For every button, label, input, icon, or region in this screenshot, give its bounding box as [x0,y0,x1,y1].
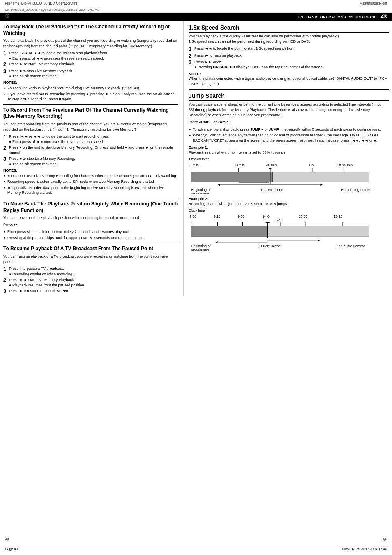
jump-press-text: Press JUMP – or JUMP +. [189,120,389,125]
jump-bullet-2: When you cannot advance any farther (beg… [193,133,389,143]
note-2-item-1: You cannot use Live Memory Recording for… [7,173,178,179]
svg-text:Current scene: Current scene [258,244,281,248]
section-title-bar: EN BASIC OPERATIONS ON HDD DECK 43 [0,13,392,21]
move-back-bullet-2: Pressing while paused skips back for app… [7,235,178,241]
svg-text:9:15: 9:15 [214,214,221,219]
chart-2-container: Clock time 9:00 9:15 9:30 9:40 9:45 10:0… [189,208,389,251]
rec-step-2: 2 Press ● on the unit to start Live Memo… [3,145,178,155]
divider-1 [3,104,178,105]
example1-desc: Playback search when jump interval is se… [189,150,389,154]
step-1-sub: ● Each press of ◄◄ increases the reverse… [9,56,104,60]
record-steps: 1 Press I◄◄ or ◄◄ to locate the point to… [3,134,178,167]
sub-header: DR-MH30EU_00.book Page 43 Tuesday, June … [0,7,392,13]
section-play-back-intro: You can play back the previous part of t… [3,38,178,49]
footer-left: Page 43 [5,547,18,551]
svg-text:9:00: 9:00 [189,214,196,219]
divider-right-1 [189,89,389,90]
chart-2-label: Clock time [189,208,389,212]
step-3-text: Press ■ to stop Live Memory Playback. [9,69,73,73]
ss-step-3-text: Press ►► once. [194,60,222,64]
ss-step-3-sub: ● Pressing ON SCREEN displays "+X1.5" on… [194,65,323,69]
res-step-1-sub: ● Recording continues when recording. [9,272,74,276]
svg-text:0 min: 0 min [189,163,198,167]
example1-label: Example 1: [189,145,389,150]
chart-1-label: Time counter [189,157,389,161]
footer-right: Tuesday, 29 June 2004 17:40 [341,547,387,551]
sub-header-text: DR-MH30EU_00.book Page 43 Tuesday, June … [5,8,100,12]
jump-bullet-1: To advance forward or back, press JUMP –… [193,127,389,132]
example2-desc: Recording search when jump interval is s… [189,202,389,206]
right-column: 1.5x Speed Search You can play back a ti… [183,21,389,296]
note-1-item-1: You can use various playback features du… [7,85,178,91]
note-2-item-2: Recording speed is automatically set to … [7,179,178,184]
play-back-steps: 1 Press I◄◄ or ◄◄ to locate the point to… [3,51,178,79]
page-footer: Page 43 Tuesday, 29 June 2004 17:40 [0,545,392,551]
chart-2-svg: 9:00 9:15 9:30 9:40 9:45 10:00 10:15 [189,213,389,251]
ss-step-3: 3 Press ►► once. ● Pressing ON SCREEN di… [189,60,389,70]
svg-text:End of programme: End of programme [341,188,370,192]
step-1: 1 Press I◄◄ or ◄◄ to locate the point to… [3,51,178,61]
section-title-text: BASIC OPERATIONS ON HDD DECK [306,15,376,19]
svg-rect-11 [191,172,272,182]
jump-bullets: To advance forward or back, press JUMP –… [189,127,389,143]
divider-3 [3,243,178,243]
svg-text:9:30: 9:30 [238,214,244,219]
section-play-back: To Play Back The Previous Part Of The Ch… [3,24,178,102]
page: ⊕ ⊕ ⊕ ⊕ Filename [DR-MH30EU_06HDD Operat… [0,0,392,555]
note-1-item-2: If you have started actual recording by … [7,92,178,102]
rec-step-1-text: Press I◄◄ or ◄◄ to locate the point to s… [9,134,109,138]
section-move-back-intro: You can move back the playback position … [3,215,178,221]
section-record-intro: You can start recording from the previou… [3,122,178,132]
corner-mark-tr: ⊕ [381,12,388,19]
move-back-bullets: Each press skips back for approximately … [3,229,178,240]
divider-2 [3,198,178,198]
section-move-back-heading: To Move Back The Playback Position Sligh… [3,201,178,214]
resume-steps: 1 Press II to pause a TV broadcast. ● Re… [3,266,178,295]
svg-text:10:15: 10:15 [334,214,343,219]
svg-marker-18 [218,184,220,186]
step-3: 3 Press ■ to stop Live Memory Playback. … [3,69,178,79]
svg-marker-44 [215,242,217,244]
svg-rect-38 [191,226,267,236]
svg-text:9:40: 9:40 [263,214,270,219]
ss-step-1: 1 Press ◄◄ to locate the point to start … [189,46,389,52]
top-bar: Filename [DR-MH30EU_06HDD Operation.fm] … [0,0,392,7]
section-resume: To Resume Playback Of A TV Broadcast Fro… [3,246,178,294]
res-step-1-text: Press II to pause a TV broadcast. [9,267,64,271]
speed-search-steps: 1 Press ◄◄ to locate the point to start … [189,46,389,70]
notes-list-1: You can use various playback features du… [3,85,178,102]
ss-step-1-text: Press ◄◄ to locate the point to start 1.… [194,46,389,51]
corner-mark-bl: ⊕ [4,536,11,543]
notes-list-2: You cannot use Live Memory Recording for… [3,173,178,196]
rec-step-3: 3 Press ■ to stop Live Memory Recording.… [3,156,178,166]
rec-step-1-sub: ● Each press of ◄◄ increases the reverse… [9,140,104,144]
svg-marker-40 [265,222,270,224]
svg-text:programme: programme [191,192,209,195]
rec-step-2-text: Press ● on the unit to start Live Memory… [9,145,178,155]
svg-text:10:00: 10:00 [299,214,308,219]
move-back-bullet-1: Each press skips back for approximately … [7,229,178,235]
res-step-2: 2 Press ► to start Live Memory Playback.… [3,277,178,288]
section-resume-intro: You can resume playback of a TV broadcas… [3,254,178,265]
notes-label-2: NOTES: [3,168,178,173]
section-move-back-press: Press ↩. [3,222,178,228]
res-step-3: 3 Press ■ to resume the on-air screen. [3,288,178,294]
res-step-2-sub: ● Playback resumes from the paused posit… [9,283,85,287]
res-step-2-text: Press ► to start Live Memory Playback. [9,278,75,282]
svg-text:9:45: 9:45 [274,218,281,222]
section-jump-search: Jump Search You can locate a scene ahead… [189,92,389,251]
note-box: NOTE: When the unit is connected with a … [189,71,389,87]
corner-mark-tl: ⊕ [4,12,11,19]
svg-marker-16 [320,184,323,186]
svg-marker-13 [268,168,272,170]
svg-marker-42 [318,240,320,242]
svg-text:Beginning of: Beginning of [191,188,211,192]
rec-step-3-sub: ● The on-air screen resumes. [9,162,58,166]
chart-1-svg: 0 min 30 min 40 min 1 h 1 h 15 min [189,162,389,194]
svg-text:End of programme: End of programme [336,244,365,248]
res-step-3-text: Press ■ to resume the on-air screen. [9,288,178,294]
step-2: 2 Press ► to start Live Memory Playback. [3,62,178,67]
note-label: NOTE: [189,71,201,76]
rec-step-1: 1 Press I◄◄ or ◄◄ to locate the point to… [3,134,178,144]
left-column: To Play Back The Previous Part Of The Ch… [3,21,178,296]
